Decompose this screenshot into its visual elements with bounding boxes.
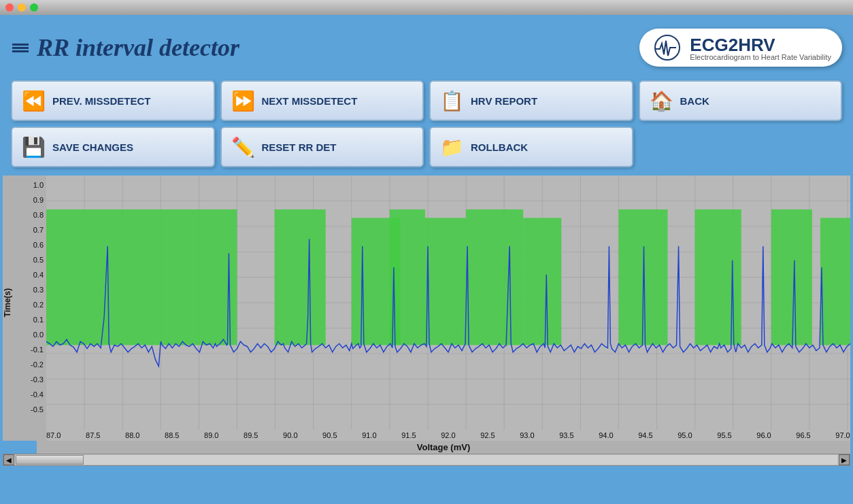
svg-rect-36 <box>425 218 466 345</box>
hrv-report-button[interactable]: 📋 HRV REPORT <box>429 80 633 121</box>
x-tick: 87.0 <box>46 431 61 439</box>
logo-text-container: ECG2HRV Electrocardiogram to Heart Rate … <box>690 35 831 61</box>
scrollbar[interactable]: ◀ ▶ <box>3 454 850 466</box>
y-tick: 0.0 <box>33 331 44 339</box>
y-tick: 0.1 <box>33 316 44 324</box>
x-tick: 87.5 <box>86 431 100 439</box>
save-changes-button[interactable]: 💾 SAVE CHANGES <box>11 127 215 167</box>
save-changes-label: SAVE CHANGES <box>52 141 133 153</box>
x-tick: 88.5 <box>165 431 179 439</box>
y-tick: 0.7 <box>33 226 44 234</box>
x-tick: 89.5 <box>244 431 258 439</box>
svg-rect-33 <box>275 209 326 345</box>
y-tick: 0.5 <box>33 256 44 264</box>
scroll-thumb[interactable] <box>16 455 84 465</box>
y-tick: -0.3 <box>31 375 44 384</box>
x-tick: 88.0 <box>125 431 139 439</box>
y-tick: 1.0 <box>33 181 44 189</box>
app-icon <box>11 38 30 57</box>
logo-subtitle: Electrocardiogram to Heart Rate Variabil… <box>690 53 831 61</box>
ecg-logo-icon <box>650 34 684 61</box>
y-tick: 0.6 <box>33 241 44 249</box>
y-axis-ticks: 1.0 0.9 0.8 0.7 0.6 0.5 0.4 0.3 0.2 0.1 … <box>12 175 46 430</box>
svg-rect-37 <box>466 209 523 345</box>
scroll-right-arrow[interactable]: ▶ <box>839 454 850 465</box>
hrv-report-label: HRV REPORT <box>471 95 537 107</box>
x-tick: 96.5 <box>796 431 810 439</box>
y-tick: -0.4 <box>31 390 44 399</box>
y-tick: -0.2 <box>31 360 44 369</box>
app-title: RR interval detector <box>37 33 239 62</box>
y-tick: 0.9 <box>33 196 44 204</box>
prev-missdetect-icon: ⏪ <box>22 90 46 112</box>
y-axis-label: Time(s) <box>3 288 12 317</box>
chart-area: Time(s) 1.0 0.9 0.8 0.7 0.6 0.5 0.4 0.3 … <box>3 175 850 441</box>
logo-box: ECG2HRV Electrocardiogram to Heart Rate … <box>639 29 842 67</box>
logo-brand: ECG2HRV <box>690 35 775 55</box>
scroll-left-arrow[interactable]: ◀ <box>3 454 14 465</box>
rollback-button[interactable]: 📁 ROLLBACK <box>429 127 633 167</box>
next-missdetect-label: NEXT MISSDETECT <box>262 95 358 107</box>
maximize-button[interactable] <box>30 3 38 12</box>
prev-missdetect-button[interactable]: ⏪ PREV. MISSDETECT <box>11 80 215 121</box>
x-tick: 96.0 <box>756 431 771 439</box>
x-tick: 97.0 <box>835 431 850 439</box>
chart-inner: Time(s) 1.0 0.9 0.8 0.7 0.6 0.5 0.4 0.3 … <box>3 175 850 430</box>
y-tick: 0.4 <box>33 271 44 279</box>
svg-rect-42 <box>820 218 850 345</box>
y-tick: -0.1 <box>31 346 44 354</box>
svg-rect-40 <box>695 209 741 345</box>
x-tick: 93.0 <box>520 431 534 439</box>
chart-svg <box>46 175 850 430</box>
x-axis-label: Voltage (mV) <box>37 441 850 454</box>
header-left: RR interval detector <box>11 33 239 62</box>
next-missdetect-icon: ⏩ <box>231 90 255 112</box>
empty-cell <box>639 127 843 167</box>
y-axis-label-container: Time(s) <box>3 175 12 430</box>
x-tick: 94.0 <box>599 431 613 439</box>
button-area: ⏪ PREV. MISSDETECT ⏩ NEXT MISSDETECT 📋 H… <box>0 80 853 175</box>
minimize-button[interactable] <box>18 3 26 12</box>
close-button[interactable] <box>5 3 14 12</box>
y-tick: 0.3 <box>33 286 44 294</box>
title-bar <box>0 0 853 15</box>
hrv-report-icon: 📋 <box>440 90 464 112</box>
svg-rect-32 <box>46 209 237 345</box>
reset-rr-det-icon: ✏️ <box>231 136 255 158</box>
x-tick: 89.0 <box>204 431 218 439</box>
back-button[interactable]: 🏠 BACK <box>639 80 843 121</box>
svg-rect-41 <box>771 209 812 345</box>
next-missdetect-button[interactable]: ⏩ NEXT MISSDETECT <box>220 80 424 121</box>
x-tick: 92.5 <box>480 431 495 439</box>
back-label: BACK <box>680 95 709 107</box>
x-tick: 95.0 <box>678 431 692 439</box>
scroll-track[interactable] <box>16 455 837 465</box>
rollback-icon: 📁 <box>440 136 464 158</box>
x-tick: 92.0 <box>441 431 455 439</box>
x-tick-container: 87.0 87.5 88.0 88.5 89.0 89.5 90.0 90.5 … <box>46 430 850 439</box>
back-icon: 🏠 <box>650 90 673 112</box>
y-tick: 0.8 <box>33 211 44 219</box>
x-tick: 94.5 <box>638 431 652 439</box>
x-tick: 91.0 <box>362 431 376 439</box>
prev-missdetect-label: PREV. MISSDETECT <box>52 95 150 107</box>
save-changes-icon: 💾 <box>22 136 46 158</box>
x-axis-ticks: 87.0 87.5 88.0 88.5 89.0 89.5 90.0 90.5 … <box>46 430 850 441</box>
svg-rect-38 <box>523 218 561 345</box>
reset-rr-det-label: RESET RR DET <box>262 141 337 153</box>
x-tick: 95.5 <box>717 431 731 439</box>
rollback-label: ROLLBACK <box>471 141 528 153</box>
y-tick: -0.5 <box>31 405 44 414</box>
y-tick: 0.2 <box>33 301 44 309</box>
x-tick: 90.5 <box>322 431 337 439</box>
reset-rr-det-button[interactable]: ✏️ RESET RR DET <box>220 127 424 167</box>
x-tick: 90.0 <box>283 431 297 439</box>
chart-plot-area <box>46 175 850 430</box>
x-tick: 93.5 <box>559 431 573 439</box>
x-tick: 91.5 <box>401 431 416 439</box>
header: RR interval detector ECG2HRV Electrocard… <box>0 15 853 80</box>
